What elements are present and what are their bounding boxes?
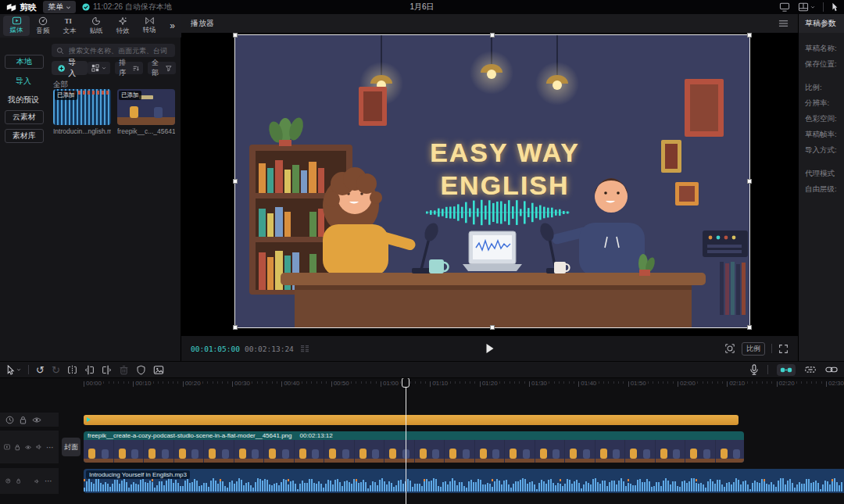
tab-effects[interactable]: 特效 — [109, 16, 136, 36]
undo-button[interactable]: ↺ — [36, 364, 45, 376]
waveform-bar — [548, 480, 549, 492]
split-icon[interactable] — [67, 365, 77, 375]
resize-handle[interactable] — [233, 33, 238, 38]
audio-clip[interactable]: Introducing Yourself in English.mp3 — [84, 469, 844, 493]
mute-speaker-icon[interactable] — [34, 477, 39, 485]
media-item-image[interactable]: 已添加 freepik__c..._45641.png — [117, 89, 175, 135]
resize-handle[interactable] — [233, 325, 238, 330]
eye-icon[interactable] — [32, 416, 41, 424]
waveform-bar — [501, 484, 502, 491]
resize-handle[interactable] — [747, 179, 752, 184]
waveform-bar — [703, 484, 704, 491]
menu-button[interactable]: 菜单 — [43, 1, 76, 13]
redo-button[interactable]: ↻ — [52, 364, 60, 376]
ruler-tick-minor — [470, 381, 470, 384]
link-icon[interactable] — [825, 366, 838, 374]
waveform-bar — [95, 479, 97, 491]
more-options-icon[interactable]: ⋯ — [46, 443, 55, 452]
segments-icon[interactable] — [300, 345, 309, 352]
resize-handle[interactable] — [747, 325, 752, 330]
search-input[interactable] — [67, 46, 170, 55]
sidebar-label: 我的预设 — [8, 95, 39, 104]
waveform-bar — [196, 481, 198, 491]
tab-media[interactable]: 媒体 — [3, 16, 30, 36]
ruler-tick-minor — [499, 381, 500, 384]
ratio-button[interactable]: 比例 — [742, 342, 765, 356]
audio-icon — [38, 16, 48, 26]
beat-marker — [288, 479, 289, 481]
tab-text[interactable]: TI 文本 — [56, 16, 83, 36]
waveform-bar — [829, 484, 831, 491]
lock-icon[interactable] — [20, 416, 27, 424]
waveform-bar — [611, 481, 613, 491]
sidebar-item-cloud[interactable]: 云素材 — [5, 110, 44, 124]
waveform-bar — [728, 482, 730, 491]
video-clip[interactable]: freepik__create-a-cozy-podcast-studio-sc… — [84, 431, 744, 463]
waveform-bar — [569, 480, 570, 491]
view-mode-button[interactable] — [88, 62, 110, 74]
tab-transitions[interactable]: 转场 — [136, 16, 163, 36]
resize-handle[interactable] — [490, 325, 495, 330]
fullscreen-icon[interactable] — [778, 344, 789, 354]
waveform-bar — [93, 484, 95, 491]
trim-right-icon[interactable] — [102, 365, 112, 375]
trim-left-icon[interactable] — [84, 365, 95, 375]
frame-grab-icon[interactable] — [153, 365, 164, 375]
select-tool-button[interactable] — [6, 365, 21, 375]
waveform-bar — [131, 484, 132, 491]
divider — [767, 365, 768, 374]
resize-handle[interactable] — [747, 33, 752, 38]
preview-canvas[interactable]: EASY WAY ENGLISH EASY WAY ENGLISH — [181, 33, 798, 336]
waveform-bar — [374, 482, 376, 491]
plus-circle-icon — [58, 64, 65, 73]
ruler-tick-minor — [113, 381, 114, 384]
tab-label: 媒体 — [10, 26, 23, 35]
delete-icon[interactable] — [119, 365, 129, 375]
adjust-clip[interactable] — [84, 415, 738, 425]
eye-icon[interactable] — [25, 444, 31, 451]
main-track-magnet-toggle[interactable] — [777, 364, 796, 376]
waveform-bar — [482, 484, 484, 491]
sidebar-item-local[interactable]: 本地 — [5, 55, 44, 69]
sidebar-item-import[interactable]: 导入 — [5, 75, 42, 88]
microphone-icon[interactable] — [749, 364, 759, 375]
ruler-tick-minor — [153, 381, 154, 384]
playhead-line[interactable] — [406, 378, 406, 504]
playhead-handle[interactable] — [402, 378, 409, 388]
sort-button[interactable]: 排序 — [115, 62, 143, 74]
beat-marker — [696, 479, 697, 481]
lock-icon[interactable] — [16, 477, 20, 485]
tab-sticker[interactable]: 贴纸 — [83, 16, 109, 36]
selected-clip-frame[interactable]: EASY WAY ENGLISH EASY WAY ENGLISH — [234, 34, 750, 328]
filmstrip-frame — [384, 440, 415, 463]
resize-handle[interactable] — [233, 179, 238, 184]
player-header: 播放器 — [181, 14, 798, 33]
ruler-tick-minor — [692, 381, 693, 384]
sidebar-item-library[interactable]: 素材库 — [5, 129, 44, 143]
waveform-bar — [238, 478, 240, 491]
auto-snap-icon[interactable] — [804, 365, 817, 374]
mask-shield-icon[interactable] — [136, 365, 146, 375]
ruler-tick — [480, 381, 481, 387]
filter-button[interactable]: 全部 — [148, 62, 176, 74]
more-options-icon[interactable]: ⋯ — [45, 477, 53, 485]
fit-focus-icon[interactable] — [724, 343, 735, 354]
app-logo[interactable]: 剪映 — [6, 2, 37, 13]
more-tabs-button[interactable]: » — [170, 20, 178, 31]
hamburger-menu-icon[interactable] — [778, 20, 789, 27]
media-item-audio[interactable]: 已添加 Introducin...nglish.mp3 — [53, 89, 111, 135]
import-button[interactable]: 导入 — [52, 61, 88, 75]
cover-button[interactable]: 封面 — [62, 438, 80, 456]
ruler-tick-minor — [291, 381, 292, 384]
timeline-ruler[interactable]: 00:0000:1000:2000:3000:4000:5001:0001:10… — [0, 378, 844, 391]
lock-icon[interactable] — [15, 443, 20, 452]
waveform-bar — [778, 481, 779, 491]
ruler-tick-minor — [638, 381, 638, 384]
resize-handle[interactable] — [490, 33, 495, 38]
layout-switch-button[interactable] — [798, 2, 815, 12]
play-button[interactable] — [486, 344, 493, 353]
sidebar-item-presets[interactable]: 我的预设 — [5, 94, 42, 106]
monitor-icon[interactable] — [779, 2, 790, 12]
tab-audio[interactable]: 音频 — [30, 16, 56, 36]
mute-speaker-icon[interactable] — [36, 443, 41, 451]
